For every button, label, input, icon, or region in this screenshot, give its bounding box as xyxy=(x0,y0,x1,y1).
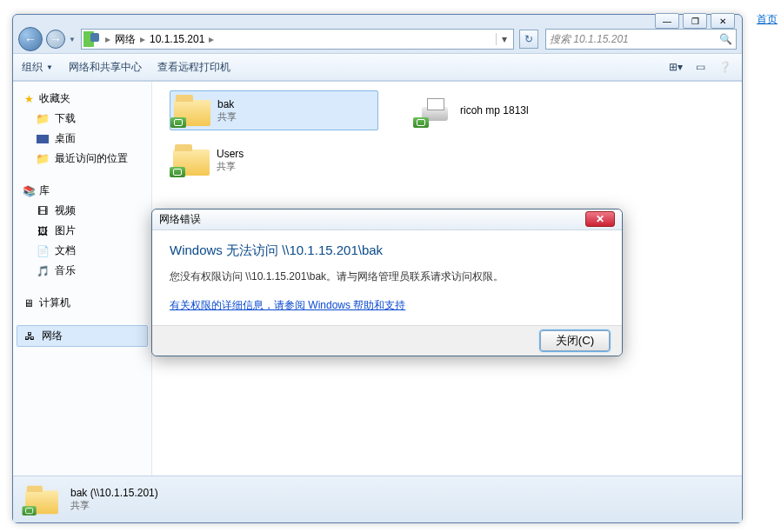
dialog-help-link[interactable]: 有关权限的详细信息，请参阅 Windows 帮助和支持 xyxy=(170,299,405,311)
breadcrumb-separator: ▸ xyxy=(208,33,215,45)
sidebar-network[interactable]: 网络 xyxy=(17,325,148,347)
breadcrumb-network[interactable]: 网络 xyxy=(111,32,139,47)
sidebar-downloads[interactable]: 下载 xyxy=(17,109,148,129)
picture-icon xyxy=(36,224,50,238)
favorites-group[interactable]: ★收藏夹 xyxy=(17,89,148,109)
video-icon xyxy=(36,204,50,218)
dialog-message: 您没有权限访问 \\10.1.15.201\bak。请与网络管理员联系请求访问权… xyxy=(170,269,604,284)
library-icon: 📚 xyxy=(22,184,36,198)
libraries-group[interactable]: 📚库 xyxy=(17,181,148,201)
sidebar-videos[interactable]: 视频 xyxy=(17,201,148,221)
star-icon: ★ xyxy=(22,92,36,106)
printer-ricoh[interactable]: ricoh mp 1813l xyxy=(413,90,622,130)
history-dropdown[interactable]: ▼ xyxy=(69,36,77,43)
minimize-button[interactable]: — xyxy=(655,13,679,29)
breadcrumb-separator: ▸ xyxy=(139,33,146,45)
maximize-button[interactable]: ❐ xyxy=(683,13,707,29)
shared-folder-icon xyxy=(25,485,58,513)
item-type: 共享 xyxy=(217,160,244,173)
view-remote-printers[interactable]: 查看远程打印机 xyxy=(157,60,230,75)
item-type: 共享 xyxy=(217,110,237,123)
sidebar-music[interactable]: 音乐 xyxy=(17,261,148,281)
breadcrumb-host[interactable]: 10.1.15.201 xyxy=(146,33,208,45)
dialog-heading: Windows 无法访问 \\10.1.15.201\bak xyxy=(170,243,604,259)
toolbar: 组织▼ 网络和共享中心 查看远程打印机 ⊞▾ ▭ ❔ xyxy=(13,53,742,81)
folder-users[interactable]: Users 共享 xyxy=(170,141,378,179)
dialog-close-ok-button[interactable]: 关闭(C) xyxy=(540,330,610,351)
desktop-icon xyxy=(36,132,50,146)
sidebar-recent[interactable]: 最近访问的位置 xyxy=(17,149,148,169)
status-item-name: bak (\\10.1.15.201) xyxy=(70,487,158,499)
address-dropdown[interactable]: ▾ xyxy=(496,33,511,45)
titlebar[interactable] xyxy=(13,15,742,25)
item-name: Users xyxy=(217,148,244,160)
navigation-pane: ★收藏夹 下载 桌面 最近访问的位置 📚库 视频 图片 文档 音乐 计算机 网络 xyxy=(13,82,152,475)
back-button[interactable]: ← xyxy=(18,27,43,51)
search-placeholder: 搜索 10.1.15.201 xyxy=(550,32,629,47)
dialog-close-button[interactable]: ✕ xyxy=(585,211,615,227)
computer-group[interactable]: 计算机 xyxy=(17,293,148,313)
music-icon xyxy=(36,264,50,278)
view-options-icon[interactable]: ⊞▾ xyxy=(667,59,684,75)
error-dialog: 网络错误 ✕ Windows 无法访问 \\10.1.15.201\bak 您没… xyxy=(151,209,623,356)
breadcrumb-separator: ▸ xyxy=(104,33,111,45)
sidebar-documents[interactable]: 文档 xyxy=(17,241,148,261)
item-name: ricoh mp 1813l xyxy=(460,104,529,116)
sidebar-desktop[interactable]: 桌面 xyxy=(17,129,148,149)
network-icon xyxy=(23,329,37,343)
details-pane: bak (\\10.1.15.201) 共享 xyxy=(13,475,742,522)
forward-button[interactable]: → xyxy=(46,30,65,49)
item-name: bak xyxy=(217,98,237,110)
address-bar[interactable]: ▸ 网络 ▸ 10.1.15.201 ▸ ▾ xyxy=(81,29,514,50)
recent-icon xyxy=(36,152,50,166)
network-location-icon xyxy=(83,31,101,47)
close-button[interactable]: ✕ xyxy=(711,13,735,29)
folder-icon xyxy=(36,112,50,126)
refresh-button[interactable]: ↻ xyxy=(519,30,538,49)
preview-pane-icon[interactable]: ▭ xyxy=(691,59,709,75)
folder-bak[interactable]: bak 共享 xyxy=(170,90,378,130)
computer-icon xyxy=(22,296,36,310)
help-icon[interactable]: ❔ xyxy=(716,59,733,75)
network-sharing-center[interactable]: 网络和共享中心 xyxy=(69,60,142,75)
organize-menu[interactable]: 组织▼ xyxy=(22,60,53,75)
printer-icon xyxy=(417,95,453,126)
navigation-row: ← → ▼ ▸ 网络 ▸ 10.1.15.201 ▸ ▾ ↻ 搜索 10.1.1… xyxy=(13,25,742,53)
sidebar-pictures[interactable]: 图片 xyxy=(17,221,148,241)
homepage-link[interactable]: 首页 xyxy=(757,12,778,27)
dialog-title: 网络错误 xyxy=(159,212,201,227)
search-input[interactable]: 搜索 10.1.15.201 🔍 xyxy=(545,29,737,50)
shared-folder-icon xyxy=(174,95,210,126)
dialog-titlebar[interactable]: 网络错误 ✕ xyxy=(152,209,622,230)
search-icon[interactable]: 🔍 xyxy=(719,33,732,45)
shared-folder-icon xyxy=(173,144,210,176)
status-item-type: 共享 xyxy=(70,499,158,512)
document-icon xyxy=(36,244,50,258)
